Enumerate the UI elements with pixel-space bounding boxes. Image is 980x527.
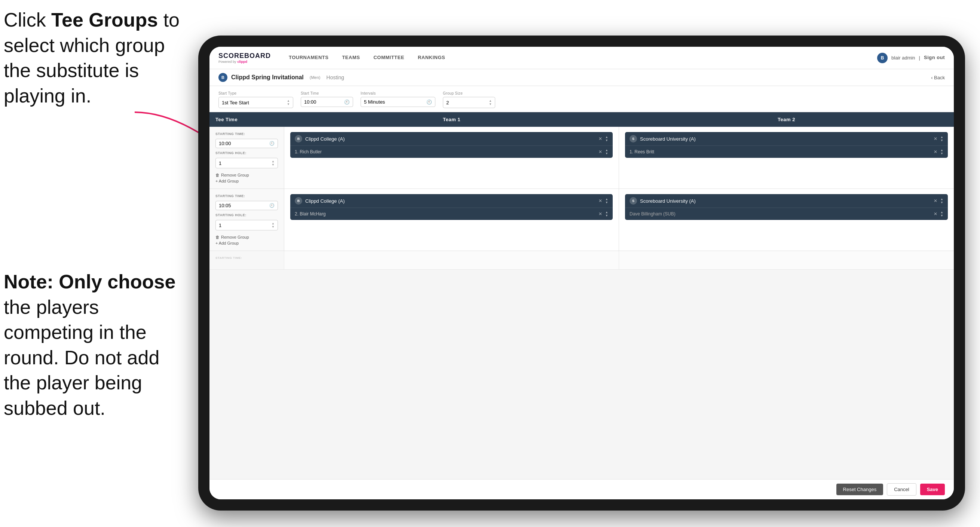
group-2-team1-card[interactable]: B Clippd College (A) ✕ ▲▼ 2. Blair McHar… [290, 194, 612, 220]
group-1-remove-btn[interactable]: 🗑 Remove Group [215, 173, 278, 177]
group-1-team2-player-1-name: 1. Rees Britt [630, 149, 931, 154]
nav-sign-out[interactable]: Sign out [924, 55, 945, 61]
start-type-group: Start Type 1st Tee Start ▲▼ [218, 91, 293, 108]
group-2-hole-spinner[interactable]: ▲▼ [272, 222, 275, 229]
group-2-team1-player-1-remove[interactable]: ✕ [598, 211, 602, 217]
group-size-input[interactable]: 2 ▲▼ [443, 97, 495, 108]
group-3-team1-partial [284, 251, 619, 269]
group-2-time-value: 10:05 [219, 203, 231, 209]
group-1-team1-card[interactable]: B Clippd College (A) ✕ ▲▼ 1. Rich Butler… [290, 132, 612, 158]
logo-area: SCOREBOARD Powered by clippd [218, 52, 271, 64]
trash-icon-2: 🗑 [215, 235, 220, 239]
group-size-group: Group Size 2 ▲▼ [443, 91, 495, 108]
group-1-team1-player-1-arrows[interactable]: ▲▼ [605, 148, 608, 155]
sub-header-badge: B [218, 73, 228, 82]
group-2-team2-badge: S [630, 197, 637, 205]
group-2-team1: B Clippd College (A) ✕ ▲▼ 2. Blair McHar… [284, 189, 619, 251]
group-1-time-label: STARTING TIME: [215, 132, 278, 136]
group-2-team2-player-1-name: Dave Billingham (SUB) [630, 211, 931, 217]
start-time-input[interactable]: 10:00 🕙 [301, 97, 353, 107]
group-1-hole-input[interactable]: 1 ▲▼ [215, 158, 278, 168]
group-1-team2: S Scoreboard University (A) ✕ ▲▼ 1. Rees… [619, 127, 954, 188]
back-button[interactable]: ‹ Back [931, 75, 945, 80]
group-2-team2: S Scoreboard University (A) ✕ ▲▼ Dave Bi… [619, 189, 954, 251]
group-1-team2-arrows[interactable]: ▲▼ [940, 135, 943, 142]
group-1-team2-player-1-arrows[interactable]: ▲▼ [940, 148, 943, 155]
group-2-team1-player-1-name: 2. Blair McHarg [295, 211, 595, 217]
annotation-top-left: Click Tee Groups to select which group t… [4, 8, 198, 108]
nav-user: blair admin [891, 55, 915, 61]
group-size-value: 2 [446, 100, 449, 105]
groups-container: STARTING TIME: 10:00 🕙 STARTING HOLE: 1 … [210, 127, 954, 479]
group-2-hole-value: 1 [219, 223, 221, 228]
group-1-add-btn[interactable]: + Add Group [215, 179, 278, 183]
group-1-actions: 🗑 Remove Group + Add Group [215, 173, 278, 183]
annotation-bottom-left: Note: Only choose the players competing … [4, 269, 198, 421]
intervals-input[interactable]: 5 Minutes 🕙 [361, 97, 435, 107]
nav-links: TOURNAMENTS TEAMS COMMITTEE RANKINGS [282, 47, 877, 69]
group-2-team1-player-1[interactable]: 2. Blair McHarg ✕ ▲▼ [290, 208, 612, 220]
group-1-sidebar: STARTING TIME: 10:00 🕙 STARTING HOLE: 1 … [210, 127, 284, 188]
reset-changes-button[interactable]: Reset Changes [836, 484, 883, 495]
group-1-team1-badge: B [295, 135, 302, 143]
group-2-team1-close[interactable]: ✕ [598, 198, 602, 204]
group-2-team1-arrows[interactable]: ▲▼ [605, 197, 608, 204]
tablet-device: SCOREBOARD Powered by clippd TOURNAMENTS… [198, 35, 965, 511]
group-2-team2-arrows[interactable]: ▲▼ [940, 197, 943, 204]
group-1-team1-close[interactable]: ✕ [598, 136, 602, 142]
group-1-time-value: 10:00 [219, 141, 231, 146]
group-1-team1-player-1[interactable]: 1. Rich Butler ✕ ▲▼ [290, 146, 612, 158]
group-3-sidebar-partial: STARTING TIME: [210, 251, 284, 269]
nav-right: B blair admin | Sign out [877, 53, 945, 63]
group-1-team2-player-1-remove[interactable]: ✕ [934, 149, 937, 154]
start-type-label: Start Type [218, 91, 293, 96]
start-type-input[interactable]: 1st Tee Start ▲▼ [218, 97, 293, 108]
annotation-note-bold: Note: Only choose [4, 271, 175, 293]
group-2-team2-close[interactable]: ✕ [934, 198, 937, 204]
nav-rankings[interactable]: RANKINGS [411, 47, 452, 69]
group-1-time-input[interactable]: 10:00 🕙 [215, 139, 278, 148]
col-team1: Team 1 [284, 112, 619, 127]
nav-teams[interactable]: TEAMS [335, 47, 367, 69]
group-2-remove-btn[interactable]: 🗑 Remove Group [215, 235, 278, 239]
group-2-team2-name: Scoreboard University (A) [640, 198, 931, 204]
nav-tournaments[interactable]: TOURNAMENTS [282, 47, 335, 69]
group-1-team2-close[interactable]: ✕ [934, 136, 937, 142]
group-2-team1-header: B Clippd College (A) ✕ ▲▼ [290, 194, 612, 208]
group-2-clock-icon: 🕙 [269, 203, 275, 208]
group-size-spinner[interactable]: ▲▼ [489, 99, 492, 106]
start-time-label: Start Time [301, 91, 353, 96]
group-1-team2-name: Scoreboard University (A) [640, 136, 931, 142]
group-2-actions: 🗑 Remove Group + Add Group [215, 235, 278, 245]
group-size-label: Group Size [443, 91, 495, 96]
nav-committee[interactable]: COMMITTEE [367, 47, 411, 69]
nav-avatar: B [877, 53, 888, 63]
table-header: Tee Time Team 1 Team 2 [210, 112, 954, 127]
group-1-team1-player-1-remove[interactable]: ✕ [598, 149, 602, 154]
group-2-time-input[interactable]: 10:05 🕙 [215, 201, 278, 210]
group-1-team2-badge: S [630, 135, 637, 143]
group-2-add-btn[interactable]: + Add Group [215, 241, 278, 245]
start-time-group: Start Time 10:00 🕙 [301, 91, 353, 108]
group-2-team1-player-1-arrows[interactable]: ▲▼ [605, 210, 608, 217]
group-2-time-label: STARTING TIME: [215, 194, 278, 198]
group-2-team2-player-1-arrows[interactable]: ▲▼ [940, 210, 943, 217]
cancel-button[interactable]: Cancel [887, 483, 916, 495]
group-2-team2-player-1-remove[interactable]: ✕ [934, 211, 937, 217]
group-1-team2-card[interactable]: S Scoreboard University (A) ✕ ▲▼ 1. Rees… [625, 132, 948, 158]
logo-clippd: clippd [237, 60, 248, 64]
group-2-team1-name: Clippd College (A) [305, 198, 595, 204]
tablet-screen: SCOREBOARD Powered by clippd TOURNAMENTS… [210, 47, 954, 499]
intervals-label: Intervals [361, 91, 435, 96]
group-2-hole-input[interactable]: 1 ▲▼ [215, 220, 278, 231]
nav-separator: | [919, 55, 920, 61]
annotation-tee-groups-bold: Tee Groups [51, 9, 158, 31]
start-type-spinner[interactable]: ▲▼ [287, 99, 290, 106]
group-1-team1-arrows[interactable]: ▲▼ [605, 135, 608, 142]
group-1-team2-player-1[interactable]: 1. Rees Britt ✕ ▲▼ [625, 146, 948, 158]
group-2-team2-card[interactable]: S Scoreboard University (A) ✕ ▲▼ Dave Bi… [625, 194, 948, 220]
hosting-label: Hosting [326, 75, 344, 80]
group-1-hole-spinner[interactable]: ▲▼ [272, 160, 275, 166]
group-2-team2-player-1[interactable]: Dave Billingham (SUB) ✕ ▲▼ [625, 208, 948, 220]
save-button[interactable]: Save [920, 484, 945, 495]
